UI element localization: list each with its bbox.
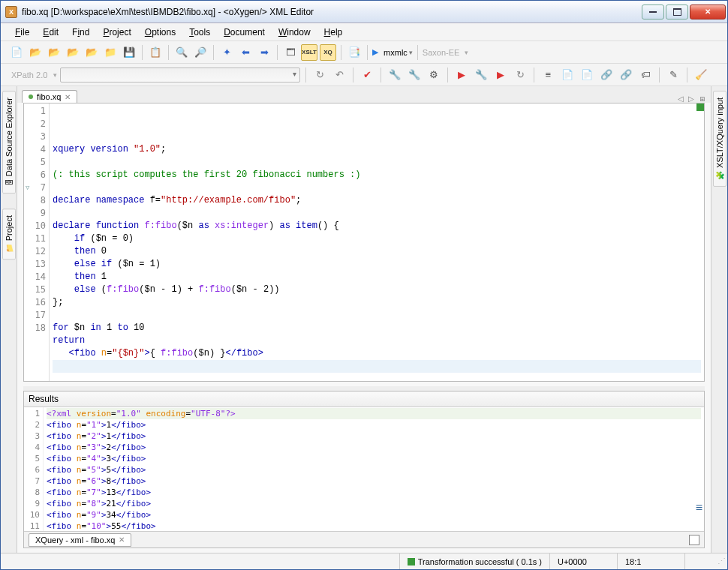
status-message: Transformation successful ( 0.1s ) bbox=[399, 554, 549, 569]
status-codepoint: U+0000 bbox=[549, 554, 617, 569]
close-button[interactable] bbox=[690, 4, 726, 20]
menu-project[interactable]: Project bbox=[98, 25, 136, 40]
gear-icon[interactable]: ⚙ bbox=[426, 67, 442, 83]
format-icon[interactable]: 📄 bbox=[559, 67, 576, 83]
xpath-version-label[interactable]: XPath 2.0 bbox=[8, 70, 50, 80]
link-icon[interactable]: 🔗 bbox=[598, 67, 615, 83]
indent-icon[interactable]: ≡ bbox=[540, 67, 556, 83]
format2-icon[interactable]: 📄 bbox=[579, 67, 595, 83]
tab-next-icon[interactable]: ▷ bbox=[688, 94, 694, 103]
search-icon[interactable]: 🔍 bbox=[173, 44, 190, 61]
menu-file[interactable]: File bbox=[10, 25, 35, 40]
menu-find[interactable]: Find bbox=[67, 25, 95, 40]
line-gutter[interactable]: 123456▽789101112131415161718 bbox=[24, 104, 50, 381]
separator bbox=[277, 45, 278, 60]
editor-tab-label: fibo.xq bbox=[37, 92, 61, 101]
separator bbox=[534, 68, 534, 82]
open-recent-icon[interactable]: 📂 bbox=[46, 44, 62, 61]
results-panel: Results 123456789101112 <?xml version="1… bbox=[23, 391, 705, 548]
titlebar[interactable]: X fibo.xq [D:\workspace\eXml\test\IBMDB2… bbox=[1, 1, 727, 23]
results-body: 123456789101112 <?xml version="1.0" enco… bbox=[24, 407, 704, 531]
separator bbox=[381, 68, 381, 82]
menu-edit[interactable]: Edit bbox=[38, 25, 64, 40]
editor-pane: 123456▽789101112131415161718 xquery vers… bbox=[23, 103, 705, 382]
open-folder3-icon[interactable]: 📁 bbox=[102, 44, 119, 61]
marker-icon[interactable]: 🏷 bbox=[637, 67, 654, 83]
menu-help[interactable]: Help bbox=[319, 25, 348, 40]
window-controls bbox=[642, 4, 726, 20]
app-icon: X bbox=[5, 6, 17, 18]
results-tab-label: XQuery - xml - fibo.xq bbox=[35, 536, 115, 544]
window-title: fibo.xq [D:\workspace\eXml\test\IBMDB2\f… bbox=[22, 7, 642, 17]
refresh-icon[interactable]: ↻ bbox=[311, 67, 328, 83]
menubar: File Edit Find Project Options Tools Doc… bbox=[1, 23, 727, 41]
forward-icon[interactable]: ➡ bbox=[256, 44, 272, 61]
open-icon[interactable]: 📂 bbox=[27, 44, 44, 61]
xpath-input[interactable] bbox=[60, 68, 300, 82]
tab-xslt-xquery-input[interactable]: 🧩XSLT/XQuery input bbox=[713, 91, 726, 187]
open-folder-icon[interactable]: 📂 bbox=[65, 44, 81, 61]
link2-icon[interactable]: 🔗 bbox=[618, 67, 634, 83]
separator bbox=[417, 45, 418, 60]
tab-close-icon[interactable]: ✕ bbox=[65, 93, 71, 101]
history-back-icon[interactable]: ↶ bbox=[331, 67, 347, 83]
separator bbox=[341, 45, 341, 60]
open-folder2-icon[interactable]: 📂 bbox=[83, 44, 100, 61]
edit-icon[interactable]: ✎ bbox=[665, 67, 681, 83]
left-dock: 🗄Data Source Explorer 📁Project bbox=[1, 86, 17, 553]
tab-prev-icon[interactable]: ◁ bbox=[678, 94, 684, 103]
editor-tab-fibo[interactable]: fibo.xq ✕ bbox=[22, 90, 77, 103]
back-icon[interactable]: ⬅ bbox=[237, 44, 254, 61]
code-editor[interactable]: xquery version "1.0"; (: this script com… bbox=[50, 104, 704, 381]
separator bbox=[447, 68, 448, 82]
menu-tools[interactable]: Tools bbox=[184, 25, 215, 40]
validate-icon[interactable]: 📋 bbox=[147, 44, 164, 61]
eraser-icon[interactable]: 🧹 bbox=[693, 67, 709, 83]
new-file-icon[interactable]: 📄 bbox=[8, 44, 25, 61]
separator bbox=[142, 45, 143, 60]
xslt-transform-icon[interactable]: XSLT bbox=[301, 44, 317, 61]
menu-document[interactable]: Document bbox=[218, 25, 270, 40]
status-empty bbox=[684, 554, 714, 569]
wrench2-icon[interactable]: 🔧 bbox=[406, 67, 423, 83]
scroll-hint-icon: ≡ bbox=[696, 501, 702, 514]
grid-icon[interactable]: 🗔 bbox=[282, 44, 299, 61]
right-dock: 🧩XSLT/XQuery input bbox=[711, 86, 727, 553]
results-tab[interactable]: XQuery - xml - fibo.xq ✕ bbox=[29, 533, 131, 547]
tab-status-dot-icon bbox=[29, 94, 33, 99]
results-gutter[interactable]: 123456789101112 bbox=[24, 407, 44, 531]
engine-selector[interactable]: Saxon-EE ▾ bbox=[423, 48, 469, 57]
bookmark-icon[interactable]: ✦ bbox=[218, 44, 235, 61]
statusbar: Transformation successful ( 0.1s ) U+000… bbox=[1, 553, 727, 569]
tab-nav: ◁ ▷ 🗉 bbox=[678, 94, 706, 103]
run-red2-icon[interactable]: ▶ bbox=[492, 67, 509, 83]
wrench-icon[interactable]: 🔧 bbox=[387, 67, 403, 83]
tab-project[interactable]: 📁Project bbox=[2, 208, 16, 260]
xq-transform-icon[interactable]: XQ bbox=[320, 44, 336, 61]
menu-window[interactable]: Window bbox=[273, 25, 316, 40]
run-refresh-icon[interactable]: ↻ bbox=[512, 67, 528, 83]
minimize-button[interactable] bbox=[642, 4, 664, 20]
tab-data-source-explorer[interactable]: 🗄Data Source Explorer bbox=[2, 91, 16, 194]
separator bbox=[659, 68, 660, 82]
toolbar-xpath: XPath 2.0▾ ↻ ↶ ✔ 🔧 🔧 ⚙ ▶ 🔧 ▶ ↻ ≡ 📄 📄 🔗 🔗… bbox=[1, 64, 727, 86]
run-transformation-button[interactable]: ▶ mxmlc▾ bbox=[372, 47, 413, 57]
run-red-icon[interactable]: ▶ bbox=[453, 67, 470, 83]
menu-options[interactable]: Options bbox=[140, 25, 181, 40]
search-files-icon[interactable]: 🔎 bbox=[192, 44, 209, 61]
tab-list-icon[interactable]: 🗉 bbox=[699, 94, 706, 103]
results-tab-close-icon[interactable]: ✕ bbox=[119, 536, 125, 544]
separator bbox=[305, 68, 306, 82]
check-wellformed-icon[interactable]: ✔ bbox=[359, 67, 375, 83]
resize-grip-icon[interactable]: ⋰ bbox=[714, 556, 727, 566]
save-icon[interactable]: 💾 bbox=[121, 44, 137, 61]
status-ok-icon bbox=[408, 558, 415, 566]
copy-icon[interactable]: 📑 bbox=[346, 44, 362, 61]
results-text[interactable]: <?xml version="1.0" encoding="UTF-8"?><f… bbox=[44, 407, 704, 531]
separator bbox=[367, 45, 368, 60]
maximize-button[interactable] bbox=[666, 4, 688, 20]
status-position: 18:1 bbox=[617, 554, 684, 569]
results-title: Results bbox=[24, 392, 704, 407]
debug-config-icon[interactable]: 🔧 bbox=[473, 67, 489, 83]
results-view-toggle-icon[interactable] bbox=[689, 535, 699, 545]
